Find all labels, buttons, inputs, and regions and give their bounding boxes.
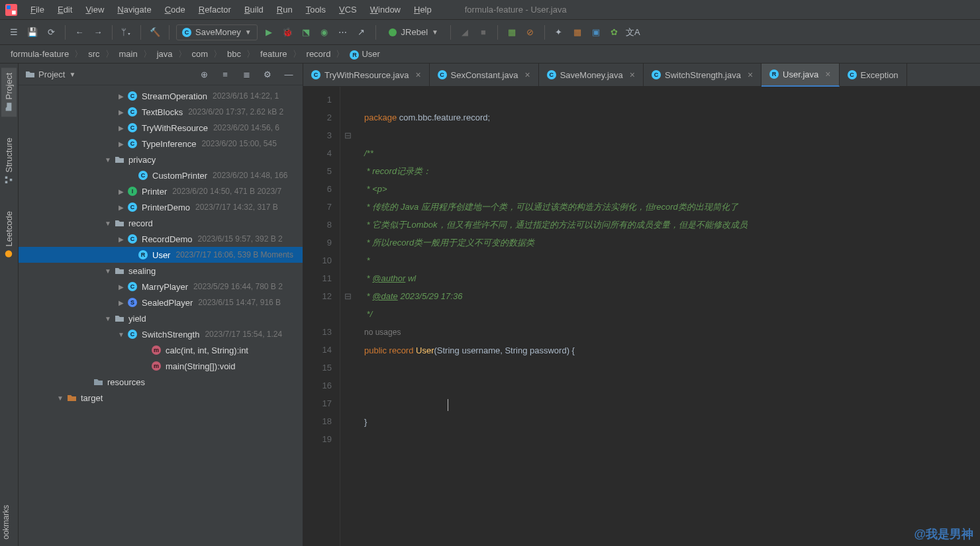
breadcrumb-src[interactable]: src <box>84 48 103 60</box>
tree-item-streamoperation[interactable]: ▶CStreamOperation2023/6/16 14:22, 1 <box>19 88 303 104</box>
plugin2-icon[interactable]: ⊘ <box>523 25 538 40</box>
profile-icon[interactable]: ◉ <box>317 25 332 40</box>
tree-item-recorddemo[interactable]: ▶CRecordDemo2023/6/15 9:57, 392 B 2 <box>19 231 303 247</box>
tree-item-printer[interactable]: ▶IPrinter2023/6/20 14:50, 471 B 2023/7 <box>19 183 303 199</box>
hide-icon[interactable]: — <box>281 67 296 81</box>
tree-item-user[interactable]: RUser2023/7/17 16:06, 539 B Moments <box>19 247 303 263</box>
chevron-right-icon[interactable]: ▶ <box>117 283 126 291</box>
close-icon[interactable]: × <box>524 69 530 80</box>
chevron-right-icon[interactable]: ▶ <box>117 204 126 211</box>
editor-tab-exception[interactable]: CException <box>840 64 907 87</box>
tree-item-sealing[interactable]: ▼sealing <box>19 263 303 279</box>
ai-icon[interactable]: ✦ <box>552 25 566 40</box>
menu-view[interactable]: View <box>79 2 111 17</box>
menu-code[interactable]: Code <box>158 2 192 17</box>
sync-icon[interactable]: ⟳ <box>44 25 58 40</box>
sidebar-tab-project[interactable]: Project <box>1 68 17 116</box>
breadcrumb-feature[interactable]: feature <box>256 48 291 60</box>
menu-file[interactable]: File <box>24 2 51 17</box>
gear-icon[interactable]: ⚙ <box>260 67 275 81</box>
chevron-down-icon[interactable]: ▼ <box>103 220 113 227</box>
sidebar-tab-leetcode[interactable]: Leetcode <box>1 206 17 264</box>
fold-marker-icon[interactable]: ⊟ <box>340 126 355 144</box>
breadcrumb-bbc[interactable]: bbc <box>223 48 245 60</box>
tree-item-calc-int-int-string-int[interactable]: mcalc(int, int, String):int <box>19 342 303 358</box>
editor-tab-savemoney-java[interactable]: CSaveMoney.java× <box>539 64 644 87</box>
editor-tab-sexconstant-java[interactable]: CSexConstant.java× <box>430 64 539 87</box>
puzzle-icon[interactable]: ✿ <box>607 25 622 40</box>
close-icon[interactable]: × <box>748 69 753 80</box>
plugin1-icon[interactable]: ▦ <box>505 25 519 40</box>
locate-icon[interactable]: ⊕ <box>197 67 211 81</box>
run-config-select[interactable]: C SaveMoney ▼ <box>176 24 258 40</box>
menu-refactor[interactable]: Refactor <box>192 2 238 17</box>
chevron-right-icon[interactable]: ▶ <box>117 124 126 132</box>
vcs-branch-icon[interactable]: ᛘ▾ <box>119 25 134 40</box>
tree-item-typeinference[interactable]: ▶CTypeInference2023/6/20 15:00, 545 <box>19 136 303 152</box>
tree-item-sealedplayer[interactable]: ▶SSealedPlayer2023/6/15 14:47, 916 B <box>19 295 303 310</box>
project-panel-title[interactable]: Project ▼ <box>25 69 75 79</box>
chevron-down-icon[interactable]: ▼ <box>103 267 113 275</box>
tree-item-record[interactable]: ▼record <box>19 215 303 231</box>
chevron-right-icon[interactable]: ▶ <box>117 299 126 306</box>
close-icon[interactable]: × <box>630 69 635 80</box>
chevron-down-icon[interactable]: ▼ <box>117 331 126 338</box>
chevron-down-icon[interactable]: ▼ <box>103 315 113 322</box>
chevron-down-icon[interactable]: ▼ <box>103 156 113 163</box>
tree-item-switchstrength[interactable]: ▼CSwitchStrength2023/7/17 15:54, 1.24 <box>19 326 303 342</box>
tree-item-customprinter[interactable]: CCustomPrinter2023/6/20 14:48, 166 <box>19 167 303 183</box>
close-icon[interactable]: × <box>825 69 830 79</box>
usage-hint[interactable]: no usages <box>364 328 401 337</box>
chevron-right-icon[interactable]: ▶ <box>117 93 126 100</box>
attach-icon[interactable]: ↗ <box>354 25 369 40</box>
debug-icon[interactable]: 🐞 <box>280 25 295 40</box>
chevron-right-icon[interactable]: ▶ <box>117 109 126 116</box>
menu-help[interactable]: Help <box>407 2 438 17</box>
breadcrumb-com[interactable]: com <box>188 48 213 60</box>
tree-item-textblocks[interactable]: ▶CTextBlocks2023/6/20 17:37, 2.62 kB 2 <box>19 104 303 120</box>
menu-vcs[interactable]: VCS <box>332 2 364 17</box>
breadcrumb-user[interactable]: RUser <box>346 48 383 60</box>
coverage-icon[interactable]: ⬔ <box>299 25 313 40</box>
eraser-icon[interactable]: ◢ <box>458 25 472 40</box>
chevron-right-icon[interactable]: ▶ <box>117 236 126 243</box>
tree-item-trywithresource[interactable]: ▶CTryWithResource2023/6/20 14:56, 6 <box>19 120 303 136</box>
editor-tab-trywithresource-java[interactable]: CTryWithResource.java× <box>303 64 430 87</box>
code-editor[interactable]: 12345678910111213141516171819 ⊟ ⊟ packag… <box>303 87 980 546</box>
sidebar-tab-bookmarks[interactable]: ookmarks <box>1 505 11 539</box>
editor-tab-switchstrength-java[interactable]: CSwitchStrength.java× <box>644 64 761 87</box>
tree-item-marryplayer[interactable]: ▶CMarryPlayer2023/5/29 16:44, 780 B 2 <box>19 279 303 295</box>
breadcrumb-record[interactable]: record <box>303 48 335 60</box>
menu-edit[interactable]: Edit <box>51 2 79 17</box>
hammer-icon[interactable]: 🔨 <box>148 25 162 40</box>
run-icon[interactable]: ▶ <box>262 25 276 40</box>
tree-item-yield[interactable]: ▼yield <box>19 310 303 326</box>
breadcrumb-java[interactable]: java <box>153 48 177 60</box>
editor-tab-user-java[interactable]: RUser.java× <box>761 64 839 87</box>
jrebel-select[interactable]: JRebel ▼ <box>383 24 444 40</box>
menu-navigate[interactable]: Navigate <box>111 2 158 17</box>
menu-run[interactable]: Run <box>270 2 299 17</box>
chevron-right-icon[interactable]: ▶ <box>117 140 126 148</box>
expand-icon[interactable]: ≡ <box>218 67 232 81</box>
project-tree[interactable]: ▶CStreamOperation2023/6/16 14:22, 1▶CTex… <box>19 85 303 546</box>
menu-tools[interactable]: Tools <box>299 2 332 17</box>
fold-marker-icon[interactable]: ⊟ <box>340 287 355 305</box>
sidebar-tab-structure[interactable]: Structure <box>1 132 17 190</box>
chevron-down-icon[interactable]: ▼ <box>56 394 65 402</box>
collapse-icon[interactable]: ≣ <box>239 67 254 81</box>
db-icon[interactable]: ▣ <box>589 25 603 40</box>
back-icon[interactable]: ← <box>72 25 87 40</box>
breadcrumb-formula-feature[interactable]: formula-feature <box>7 48 73 60</box>
forward-icon[interactable]: → <box>91 25 105 40</box>
tree-item-target[interactable]: ▼target <box>19 390 303 406</box>
tree-item-main-string-void[interactable]: mmain(String[]):void <box>19 358 303 374</box>
chevron-right-icon[interactable]: ▶ <box>117 188 126 195</box>
save-icon[interactable]: 💾 <box>25 25 40 40</box>
tree-item-printerdemo[interactable]: ▶CPrinterDemo2023/7/17 14:32, 317 B <box>19 199 303 215</box>
menu-build[interactable]: Build <box>238 2 270 17</box>
tree-item-privacy[interactable]: ▼privacy <box>19 152 303 167</box>
more-run-icon[interactable]: ⋯ <box>336 25 350 40</box>
grid-icon[interactable]: ▦ <box>570 25 585 40</box>
translate-icon[interactable]: 文A <box>626 25 640 40</box>
